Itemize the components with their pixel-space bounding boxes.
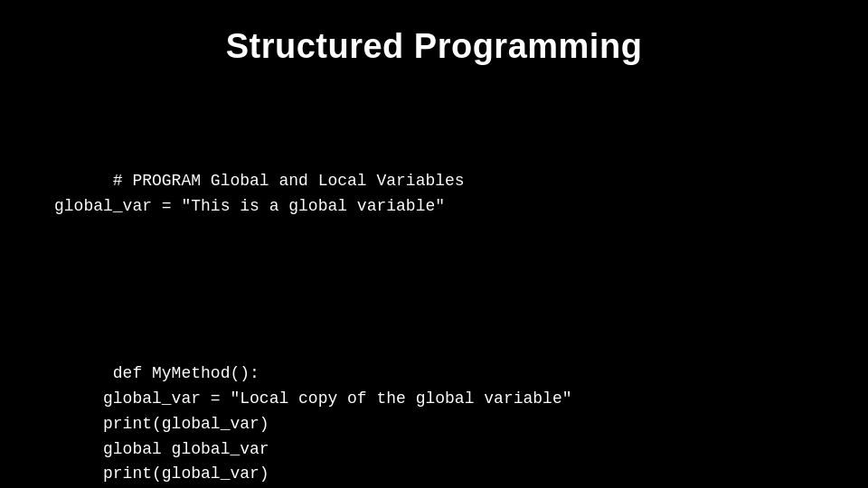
- code-section-2: def MyMethod(): global_var = "Local copy…: [54, 336, 814, 488]
- code-block: # PROGRAM Global and Local Variables glo…: [54, 93, 814, 488]
- slide-title: Structured Programming: [54, 27, 814, 66]
- code-line: # PROGRAM Global and Local Variables glo…: [54, 172, 465, 215]
- code-line: def MyMethod(): global_var = "Local copy…: [54, 364, 572, 488]
- code-section-1: # PROGRAM Global and Local Variables glo…: [54, 144, 814, 245]
- slide-container: Structured Programming # PROGRAM Global …: [0, 0, 868, 488]
